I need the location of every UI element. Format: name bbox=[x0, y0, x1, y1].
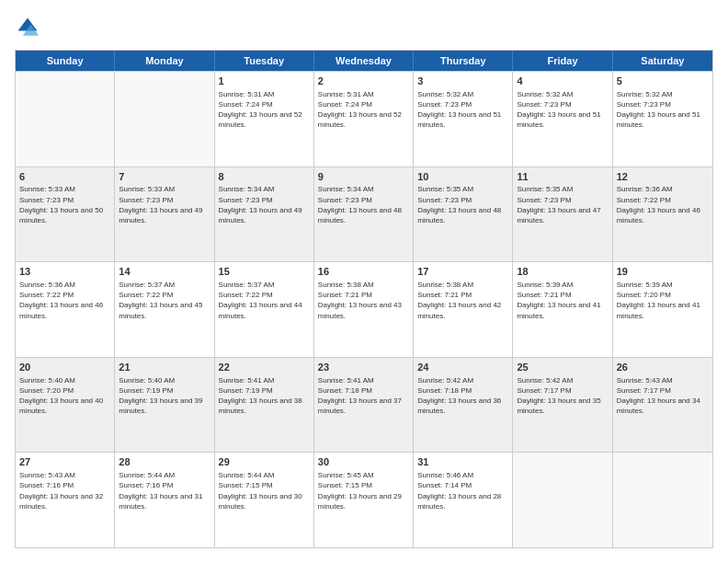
cell-content: Sunrise: 5:43 AM Sunset: 7:16 PM Dayligh… bbox=[19, 470, 110, 511]
calendar-cell-day-14: 14Sunrise: 5:37 AM Sunset: 7:22 PM Dayli… bbox=[115, 262, 214, 357]
cell-content: Sunrise: 5:34 AM Sunset: 7:23 PM Dayligh… bbox=[219, 184, 310, 225]
calendar-cell-day-25: 25Sunrise: 5:42 AM Sunset: 7:17 PM Dayli… bbox=[513, 358, 612, 453]
day-number: 3 bbox=[417, 75, 508, 88]
day-number: 26 bbox=[617, 361, 709, 374]
cell-content: Sunrise: 5:38 AM Sunset: 7:21 PM Dayligh… bbox=[318, 280, 409, 321]
cell-content: Sunrise: 5:32 AM Sunset: 7:23 PM Dayligh… bbox=[517, 89, 608, 131]
calendar-row-2: 13Sunrise: 5:36 AM Sunset: 7:22 PM Dayli… bbox=[16, 261, 712, 357]
logo bbox=[15, 15, 44, 40]
header-day-monday: Monday bbox=[115, 51, 214, 71]
calendar-cell-day-8: 8Sunrise: 5:34 AM Sunset: 7:23 PM Daylig… bbox=[215, 167, 314, 262]
cell-content: Sunrise: 5:44 AM Sunset: 7:16 PM Dayligh… bbox=[119, 470, 210, 511]
calendar: SundayMondayTuesdayWednesdayThursdayFrid… bbox=[15, 50, 713, 548]
day-number: 17 bbox=[417, 265, 508, 279]
day-number: 31 bbox=[417, 455, 508, 469]
calendar-cell-day-9: 9Sunrise: 5:34 AM Sunset: 7:23 PM Daylig… bbox=[314, 167, 414, 262]
calendar-row-1: 6Sunrise: 5:33 AM Sunset: 7:23 PM Daylig… bbox=[16, 167, 712, 262]
calendar-cell-day-20: 20Sunrise: 5:40 AM Sunset: 7:20 PM Dayli… bbox=[16, 358, 115, 453]
calendar-cell-day-21: 21Sunrise: 5:40 AM Sunset: 7:19 PM Dayli… bbox=[115, 358, 214, 453]
calendar-cell-day-10: 10Sunrise: 5:35 AM Sunset: 7:23 PM Dayli… bbox=[414, 167, 513, 262]
cell-content: Sunrise: 5:36 AM Sunset: 7:22 PM Dayligh… bbox=[617, 184, 709, 225]
calendar-row-4: 27Sunrise: 5:43 AM Sunset: 7:16 PM Dayli… bbox=[16, 452, 712, 547]
day-number: 13 bbox=[19, 265, 110, 279]
cell-content: Sunrise: 5:41 AM Sunset: 7:19 PM Dayligh… bbox=[219, 375, 310, 417]
day-number: 4 bbox=[517, 75, 608, 88]
cell-content: Sunrise: 5:46 AM Sunset: 7:14 PM Dayligh… bbox=[417, 470, 508, 511]
cell-content: Sunrise: 5:40 AM Sunset: 7:20 PM Dayligh… bbox=[19, 375, 110, 417]
day-number: 19 bbox=[617, 265, 709, 279]
day-number: 8 bbox=[219, 170, 310, 184]
day-number: 29 bbox=[219, 455, 310, 469]
cell-content: Sunrise: 5:31 AM Sunset: 7:24 PM Dayligh… bbox=[219, 89, 310, 131]
day-number: 16 bbox=[318, 265, 409, 279]
header-day-tuesday: Tuesday bbox=[215, 51, 314, 71]
cell-content: Sunrise: 5:31 AM Sunset: 7:24 PM Dayligh… bbox=[318, 89, 409, 131]
day-number: 5 bbox=[617, 75, 709, 88]
calendar-cell-empty-4-5 bbox=[513, 453, 612, 547]
cell-content: Sunrise: 5:41 AM Sunset: 7:18 PM Dayligh… bbox=[318, 375, 409, 417]
calendar-cell-day-7: 7Sunrise: 5:33 AM Sunset: 7:23 PM Daylig… bbox=[115, 167, 214, 262]
header bbox=[15, 15, 713, 40]
calendar-cell-day-3: 3Sunrise: 5:32 AM Sunset: 7:23 PM Daylig… bbox=[414, 72, 513, 167]
calendar-cell-day-26: 26Sunrise: 5:43 AM Sunset: 7:17 PM Dayli… bbox=[613, 358, 712, 453]
header-day-sunday: Sunday bbox=[16, 51, 115, 71]
cell-content: Sunrise: 5:33 AM Sunset: 7:23 PM Dayligh… bbox=[19, 184, 110, 225]
header-day-wednesday: Wednesday bbox=[314, 51, 414, 71]
day-number: 14 bbox=[119, 265, 210, 279]
day-number: 27 bbox=[19, 455, 110, 469]
cell-content: Sunrise: 5:35 AM Sunset: 7:23 PM Dayligh… bbox=[517, 184, 608, 225]
calendar-cell-day-22: 22Sunrise: 5:41 AM Sunset: 7:19 PM Dayli… bbox=[215, 358, 314, 453]
cell-content: Sunrise: 5:44 AM Sunset: 7:15 PM Dayligh… bbox=[219, 470, 310, 511]
cell-content: Sunrise: 5:32 AM Sunset: 7:23 PM Dayligh… bbox=[617, 89, 709, 131]
day-number: 28 bbox=[119, 455, 210, 469]
cell-content: Sunrise: 5:37 AM Sunset: 7:22 PM Dayligh… bbox=[119, 280, 210, 321]
cell-content: Sunrise: 5:42 AM Sunset: 7:17 PM Dayligh… bbox=[517, 375, 608, 417]
cell-content: Sunrise: 5:32 AM Sunset: 7:23 PM Dayligh… bbox=[417, 89, 508, 131]
cell-content: Sunrise: 5:43 AM Sunset: 7:17 PM Dayligh… bbox=[617, 375, 709, 417]
cell-content: Sunrise: 5:39 AM Sunset: 7:21 PM Dayligh… bbox=[517, 280, 608, 321]
cell-content: Sunrise: 5:42 AM Sunset: 7:18 PM Dayligh… bbox=[417, 375, 508, 417]
calendar-cell-day-29: 29Sunrise: 5:44 AM Sunset: 7:15 PM Dayli… bbox=[215, 453, 314, 547]
calendar-cell-day-11: 11Sunrise: 5:35 AM Sunset: 7:23 PM Dayli… bbox=[513, 167, 612, 262]
day-number: 9 bbox=[318, 170, 409, 184]
calendar-row-3: 20Sunrise: 5:40 AM Sunset: 7:20 PM Dayli… bbox=[16, 357, 712, 453]
calendar-cell-day-1: 1Sunrise: 5:31 AM Sunset: 7:24 PM Daylig… bbox=[215, 72, 314, 167]
calendar-cell-day-2: 2Sunrise: 5:31 AM Sunset: 7:24 PM Daylig… bbox=[314, 72, 414, 167]
calendar-cell-day-13: 13Sunrise: 5:36 AM Sunset: 7:22 PM Dayli… bbox=[16, 262, 115, 357]
calendar-cell-day-31: 31Sunrise: 5:46 AM Sunset: 7:14 PM Dayli… bbox=[414, 453, 513, 547]
cell-content: Sunrise: 5:36 AM Sunset: 7:22 PM Dayligh… bbox=[19, 280, 110, 321]
calendar-cell-day-5: 5Sunrise: 5:32 AM Sunset: 7:23 PM Daylig… bbox=[613, 72, 712, 167]
calendar-cell-day-23: 23Sunrise: 5:41 AM Sunset: 7:18 PM Dayli… bbox=[314, 358, 414, 453]
header-day-friday: Friday bbox=[513, 51, 612, 71]
calendar-body: 1Sunrise: 5:31 AM Sunset: 7:24 PM Daylig… bbox=[16, 71, 712, 547]
cell-content: Sunrise: 5:37 AM Sunset: 7:22 PM Dayligh… bbox=[219, 280, 310, 321]
cell-content: Sunrise: 5:39 AM Sunset: 7:20 PM Dayligh… bbox=[617, 280, 709, 321]
page: SundayMondayTuesdayWednesdayThursdayFrid… bbox=[0, 0, 728, 563]
calendar-cell-day-12: 12Sunrise: 5:36 AM Sunset: 7:22 PM Dayli… bbox=[613, 167, 712, 262]
day-number: 25 bbox=[517, 361, 608, 374]
calendar-cell-empty-0-1 bbox=[115, 72, 214, 167]
calendar-cell-day-28: 28Sunrise: 5:44 AM Sunset: 7:16 PM Dayli… bbox=[115, 453, 214, 547]
day-number: 22 bbox=[219, 361, 310, 374]
calendar-cell-empty-4-6 bbox=[613, 453, 712, 547]
calendar-cell-empty-0-0 bbox=[16, 72, 115, 167]
day-number: 2 bbox=[318, 75, 409, 88]
day-number: 18 bbox=[517, 265, 608, 279]
calendar-cell-day-27: 27Sunrise: 5:43 AM Sunset: 7:16 PM Dayli… bbox=[16, 453, 115, 547]
calendar-row-0: 1Sunrise: 5:31 AM Sunset: 7:24 PM Daylig… bbox=[16, 71, 712, 167]
day-number: 21 bbox=[119, 361, 210, 374]
cell-content: Sunrise: 5:38 AM Sunset: 7:21 PM Dayligh… bbox=[417, 280, 508, 321]
cell-content: Sunrise: 5:34 AM Sunset: 7:23 PM Dayligh… bbox=[318, 184, 409, 225]
calendar-cell-day-17: 17Sunrise: 5:38 AM Sunset: 7:21 PM Dayli… bbox=[414, 262, 513, 357]
header-day-saturday: Saturday bbox=[613, 51, 712, 71]
day-number: 1 bbox=[219, 75, 310, 88]
day-number: 7 bbox=[119, 170, 210, 184]
calendar-cell-day-24: 24Sunrise: 5:42 AM Sunset: 7:18 PM Dayli… bbox=[414, 358, 513, 453]
calendar-cell-day-19: 19Sunrise: 5:39 AM Sunset: 7:20 PM Dayli… bbox=[613, 262, 712, 357]
day-number: 6 bbox=[19, 170, 110, 184]
cell-content: Sunrise: 5:35 AM Sunset: 7:23 PM Dayligh… bbox=[417, 184, 508, 225]
day-number: 20 bbox=[19, 361, 110, 374]
day-number: 10 bbox=[417, 170, 508, 184]
header-day-thursday: Thursday bbox=[414, 51, 513, 71]
cell-content: Sunrise: 5:33 AM Sunset: 7:23 PM Dayligh… bbox=[119, 184, 210, 225]
